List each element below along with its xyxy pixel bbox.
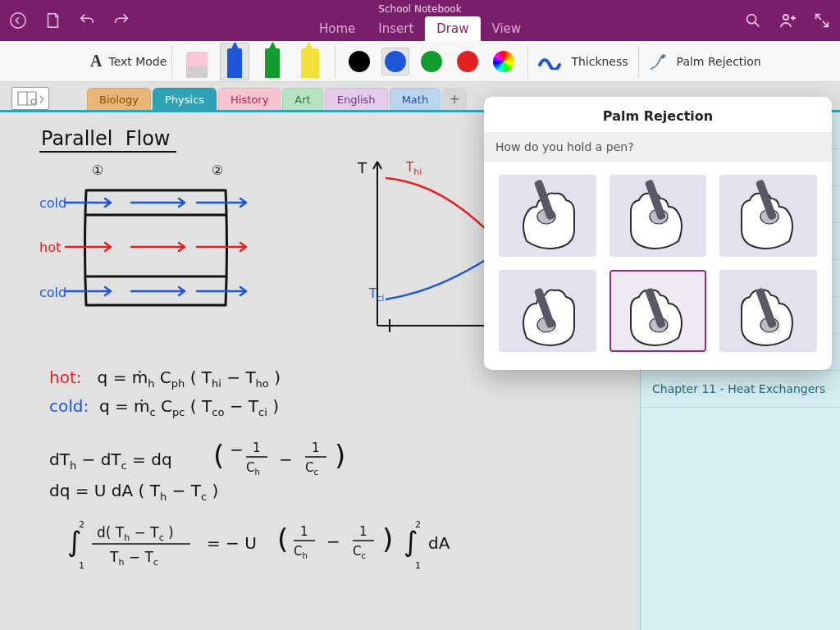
color-black[interactable] (345, 48, 373, 75)
svg-text:): ) (382, 523, 393, 555)
hand-pose-option-5[interactable] (719, 270, 817, 352)
popover-title: Palm Rejection (484, 97, 832, 132)
svg-text:cold:  q = ṁc Cpc ( Tco − Tci : cold: q = ṁc Cpc ( Tco − Tci ) (49, 396, 279, 418)
svg-text:1: 1 (312, 441, 320, 455)
svg-text:d( Th − Tc ): d( Th − Tc ) (97, 524, 174, 543)
svg-text:Th − Tc: Th − Tc (109, 549, 158, 568)
pen-blue[interactable] (220, 43, 249, 80)
add-section-button[interactable]: + (442, 88, 467, 110)
svg-text:): ) (335, 439, 345, 472)
svg-text:dq  =  U dA ( Th − Tc ): dq = U dA ( Th − Tc ) (49, 481, 218, 503)
svg-point-0 (11, 13, 25, 28)
svg-text:②: ② (212, 162, 223, 178)
tab-home[interactable]: Home (308, 16, 367, 41)
svg-text:cold: cold (39, 195, 66, 211)
pen-green[interactable] (258, 43, 287, 80)
eraser-tool[interactable] (182, 43, 212, 80)
page-item[interactable]: Chapter 11 - Heat Exchangers (641, 371, 840, 408)
color-blue[interactable] (381, 48, 409, 75)
redo-button[interactable] (110, 9, 133, 32)
svg-point-4 (31, 99, 36, 104)
svg-text:1: 1 (300, 524, 308, 539)
thickness-button[interactable]: Thickness (533, 53, 632, 70)
fullscreen-icon[interactable] (810, 9, 833, 32)
separator (527, 45, 528, 78)
section-tab-math[interactable]: Math (390, 88, 441, 110)
svg-text:∫: ∫ (404, 525, 418, 558)
svg-text:−: − (326, 532, 340, 551)
svg-point-2 (783, 15, 788, 20)
notebook-title: School Notebook (308, 3, 532, 15)
svg-text:(: ( (213, 439, 224, 472)
svg-text:−: − (230, 440, 244, 459)
hand-pose-option-4[interactable] (609, 270, 707, 352)
pen-group (177, 43, 330, 80)
text-mode-button[interactable]: A Text Mode (90, 52, 167, 71)
svg-text:T: T (357, 159, 368, 176)
note-title: Parallel Flow (41, 127, 171, 150)
notebook-icon[interactable] (41, 9, 64, 32)
undo-button[interactable] (75, 9, 98, 32)
text-mode-label: Text Mode (108, 55, 167, 68)
draw-toolbar: A Text Mode Thickness Palm Rejection (0, 41, 840, 82)
notebook-selector[interactable] (11, 87, 49, 110)
svg-text:Ch: Ch (246, 460, 260, 477)
svg-text:dA: dA (428, 533, 450, 553)
color-group (340, 48, 523, 75)
separator (335, 45, 336, 78)
svg-text:Cc: Cc (305, 460, 318, 477)
color-red[interactable] (454, 48, 482, 75)
svg-text:hot:   q = ṁh Cph ( Thi − Tho : hot: q = ṁh Cph ( Thi − Tho ) (49, 368, 281, 390)
svg-text:①: ① (92, 162, 103, 178)
svg-text:1: 1 (359, 524, 368, 539)
color-wheel-button[interactable] (490, 48, 518, 75)
palm-rejection-label: Palm Rejection (677, 55, 761, 68)
svg-text:=  − U: = − U (207, 533, 257, 553)
svg-text:Tci: Tci (368, 286, 384, 304)
highlighter-yellow[interactable] (295, 43, 325, 80)
hand-pose-grid (484, 162, 832, 370)
palm-rejection-popover: Palm Rejection How do you hold a pen? (484, 97, 832, 370)
tab-insert[interactable]: Insert (367, 16, 425, 41)
hand-pose-option-0[interactable] (499, 175, 596, 257)
hand-pose-option-2[interactable] (719, 175, 817, 257)
svg-text:cold: cold (39, 285, 66, 300)
thickness-label: Thickness (571, 55, 628, 68)
hand-pose-option-3[interactable] (499, 270, 596, 352)
svg-text:∫: ∫ (67, 525, 82, 558)
section-tab-history[interactable]: History (218, 88, 281, 110)
palm-rejection-button[interactable]: Palm Rejection (644, 52, 766, 71)
svg-point-1 (747, 15, 756, 24)
ribbon-tabs: Home Insert Draw View (308, 16, 532, 41)
svg-text:−: − (279, 450, 293, 469)
search-icon[interactable] (742, 9, 765, 32)
section-tab-art[interactable]: Art (282, 88, 322, 110)
popover-subtitle: How do you hold a pen? (484, 132, 832, 162)
back-button[interactable] (7, 9, 30, 32)
svg-text:Cc: Cc (353, 544, 366, 560)
section-tab-english[interactable]: English (325, 88, 388, 110)
tab-draw[interactable]: Draw (425, 16, 480, 41)
svg-text:1: 1 (253, 441, 261, 455)
svg-text:1: 1 (79, 560, 84, 571)
svg-text:hot: hot (39, 240, 61, 255)
app-header: School Notebook Home Insert Draw View (0, 0, 840, 41)
section-tab-physics[interactable]: Physics (153, 88, 217, 110)
color-green[interactable] (418, 48, 445, 75)
section-tab-biology[interactable]: Biology (87, 88, 151, 110)
tab-view[interactable]: View (480, 16, 532, 41)
share-icon[interactable] (776, 9, 799, 32)
separator (638, 45, 639, 78)
svg-text:Ch: Ch (294, 544, 308, 560)
separator (171, 45, 172, 78)
svg-text:Thi: Thi (405, 160, 422, 177)
svg-text:dTh − dTc  =  dq: dTh − dTc = dq (49, 450, 172, 472)
svg-text:1: 1 (415, 560, 421, 571)
hand-pose-option-1[interactable] (609, 175, 707, 257)
svg-text:(: ( (277, 523, 288, 555)
svg-text:2: 2 (415, 519, 421, 530)
svg-text:2: 2 (79, 519, 84, 530)
